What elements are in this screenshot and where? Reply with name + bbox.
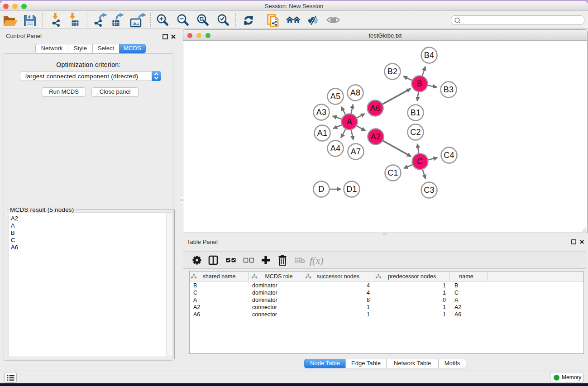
svg-text:A2: A2 <box>371 132 381 141</box>
svg-text:f(x): f(x) <box>310 255 324 266</box>
svg-text:C1: C1 <box>387 168 398 177</box>
svg-text:A6: A6 <box>370 104 381 113</box>
svg-text:D1: D1 <box>346 185 357 194</box>
svg-text:D: D <box>318 185 324 194</box>
svg-text:B1: B1 <box>411 108 421 117</box>
svg-text:C3: C3 <box>424 186 435 195</box>
svg-text:C4: C4 <box>444 151 454 160</box>
svg-text:A1: A1 <box>317 129 328 138</box>
svg-text:A7: A7 <box>351 147 361 156</box>
svg-text:A4: A4 <box>330 144 341 153</box>
svg-text:C2: C2 <box>410 128 421 137</box>
svg-text:B2: B2 <box>387 67 398 76</box>
svg-text:B: B <box>417 79 422 88</box>
svg-text:B4: B4 <box>424 51 435 60</box>
svg-text:A3: A3 <box>316 108 327 117</box>
svg-text:C: C <box>417 157 423 166</box>
svg-text:B3: B3 <box>444 85 454 94</box>
svg-text:A: A <box>347 117 352 126</box>
svg-text:A8: A8 <box>350 88 361 97</box>
svg-text:A5: A5 <box>330 92 341 101</box>
